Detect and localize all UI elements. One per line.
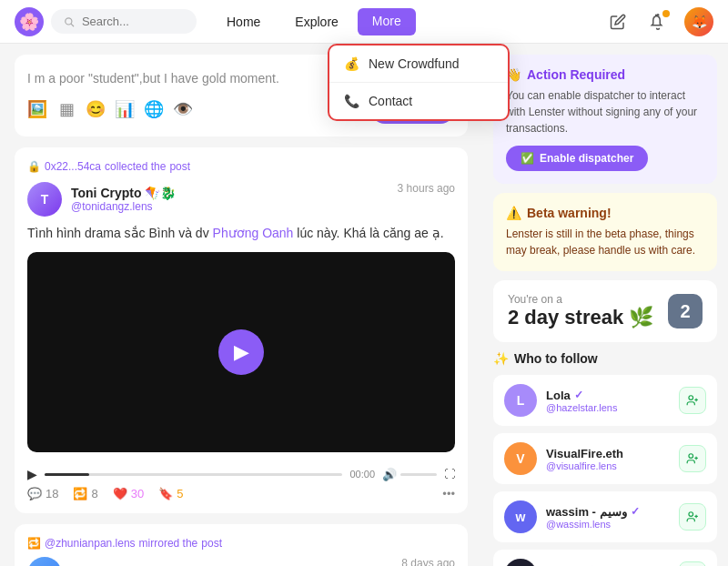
volume-bar[interactable] (400, 473, 437, 476)
streak-badge: 2 (668, 294, 703, 328)
poll-icon[interactable]: 📊 (115, 99, 135, 119)
collect-icon: 🔖 (158, 487, 173, 500)
nav-right-actions: 🦊 (604, 7, 713, 36)
collected-bar: 🔒 0x22...54ca collected the post (27, 160, 455, 173)
image-icon[interactable]: 🖼️ (27, 99, 47, 119)
volume-icon: 🔊 (382, 468, 397, 481)
verified-badge: ✓ (631, 505, 640, 518)
gif-icon[interactable]: ▦ (56, 99, 76, 119)
post2-author: D Darren H. (27, 557, 128, 566)
streak-subtitle: You're on a (508, 293, 653, 306)
volume-control[interactable]: 🔊 (382, 468, 437, 481)
follow-avatar: w (504, 500, 537, 533)
action-required-title: 👋 Action Required (506, 67, 704, 82)
emoji-icon[interactable]: 😊 (86, 99, 106, 119)
action-required-card: 👋 Action Required You can enable dispatc… (493, 55, 717, 184)
svg-point-5 (689, 454, 693, 459)
add-user-icon (686, 510, 699, 523)
streak-emoji: 🌿 (629, 306, 653, 329)
compose-media-icons: 🖼️ ▦ 😊 📊 🌐 👁️ (27, 99, 193, 119)
follow-name: wassim - وسيم✓ (546, 505, 670, 519)
repost-reaction[interactable]: 🔁 8 (73, 487, 97, 500)
add-user-icon (686, 394, 699, 407)
streak-value: 2 day streak 🌿 (508, 306, 653, 329)
main-layout: I m a poor "student",but I have gold mom… (0, 44, 728, 566)
beta-warning-card: ⚠️ Beta warning! Lenster is still in the… (493, 193, 717, 271)
nav-tab-explore[interactable]: Explore (279, 8, 353, 35)
comment-reaction[interactable]: 💬 18 (27, 487, 58, 500)
search-bar[interactable] (51, 9, 197, 34)
mirror-author[interactable]: @zhunianpan.lens (45, 537, 136, 550)
follow-name: VisualFire.eth (546, 447, 670, 460)
fullscreen-button[interactable]: ⛶ (444, 468, 455, 480)
like-reaction[interactable]: ❤️ 30 (113, 487, 144, 500)
notifications-icon[interactable] (644, 8, 672, 35)
follow-button[interactable] (679, 387, 706, 414)
compose-icon[interactable] (604, 8, 632, 35)
mirror-bar: 🔁 @zhunianpan.lens mirrored the post (27, 537, 455, 550)
follow-handle: @visualfire.lens (546, 460, 670, 471)
verified-badge: ✓ (574, 389, 583, 401)
follow-item: S Sismo✓ @sismo.lens (493, 550, 717, 566)
play-pause-button[interactable]: ▶ (27, 467, 37, 481)
comment-icon: 💬 (27, 487, 42, 500)
author-name[interactable]: Toni Crypto 🪁🐉 (71, 186, 176, 200)
user-avatar[interactable]: 🦊 (684, 7, 713, 36)
follow-item: w wassim - وسيم✓ @wassim.lens (493, 491, 717, 542)
follow-list: L Lola✓ @hazelstar.lens V VisualFire.eth… (493, 375, 717, 566)
follow-info: VisualFire.eth @visualfire.lens (546, 447, 670, 471)
follow-button[interactable] (679, 445, 706, 472)
post2-avatar[interactable]: D (27, 557, 62, 566)
post-reactions: 💬 18 🔁 8 ❤️ 30 🔖 5 ••• (27, 487, 455, 500)
globe-icon[interactable]: 🌐 (144, 99, 164, 119)
who-to-follow-header: ✨ Who to follow (493, 351, 717, 366)
post2-header: D Darren H. 8 days ago (27, 557, 455, 566)
notification-badge (662, 10, 670, 17)
top-navigation: 🌸 Home Explore More 🦊 (0, 0, 728, 44)
visibility-icon[interactable]: 👁️ (173, 99, 193, 119)
lock-icon: 🔒 (27, 160, 41, 173)
more-options-button[interactable]: ••• (442, 487, 455, 500)
author-handle[interactable]: @tonidangz.lens (71, 200, 176, 213)
follow-avatar: L (504, 384, 537, 417)
post-card-2: 🔁 @zhunianpan.lens mirrored the post D D… (15, 524, 468, 566)
collector-address[interactable]: 0x22...54ca (45, 160, 101, 173)
add-user-icon (686, 452, 699, 465)
follow-item: L Lola✓ @hazelstar.lens (493, 375, 717, 426)
svg-line-1 (71, 24, 74, 26)
post-avatar[interactable]: T (27, 182, 62, 217)
follow-name: Sismo✓ (546, 563, 670, 567)
search-icon (64, 15, 75, 28)
svg-point-8 (689, 512, 693, 517)
star-icon: ✨ (493, 351, 509, 366)
play-button[interactable]: ▶ (218, 329, 264, 375)
post-time: 3 hours ago (398, 182, 455, 195)
video-time: 00:00 (349, 469, 375, 480)
streak-card: You're on a 2 day streak 🌿 2 (493, 280, 717, 342)
beta-warning-title: ⚠️ Beta warning! (506, 206, 704, 220)
svg-point-2 (689, 396, 693, 400)
search-input[interactable] (82, 15, 184, 28)
collected-link[interactable]: post (169, 160, 190, 173)
mirror-link[interactable]: post (201, 537, 222, 550)
follow-button[interactable] (679, 503, 706, 531)
nav-tab-more[interactable]: More (358, 8, 416, 35)
progress-bar[interactable] (45, 473, 342, 476)
dropdown-item-contact[interactable]: 📞 Contact (329, 82, 508, 119)
app-logo[interactable]: 🌸 (15, 7, 44, 36)
follow-handle: @wassim.lens (546, 519, 670, 530)
repost-icon: 🔁 (73, 487, 87, 500)
nav-tab-home[interactable]: Home (211, 8, 276, 35)
mention-link[interactable]: Phương Oanh (213, 226, 294, 240)
sidebar: 👋 Action Required You can enable dispatc… (482, 44, 728, 566)
warning-icon: ⚠️ (506, 206, 521, 220)
follow-button[interactable] (679, 561, 706, 566)
contact-icon: 📞 (344, 94, 359, 108)
collect-reaction[interactable]: 🔖 5 (158, 487, 183, 500)
enable-dispatcher-button[interactable]: ✅ Enable dispatcher (506, 146, 648, 171)
post-header: T Toni Crypto 🪁🐉 @tonidangz.lens 3 hours… (27, 182, 455, 217)
follow-info: Lola✓ @hazelstar.lens (546, 389, 670, 413)
nav-tabs: Home Explore More (211, 8, 416, 35)
dropdown-item-crowdfund[interactable]: 💰 New Crowdfund (329, 45, 508, 82)
action-required-text: You can enable dispatcher to interact wi… (506, 87, 704, 136)
